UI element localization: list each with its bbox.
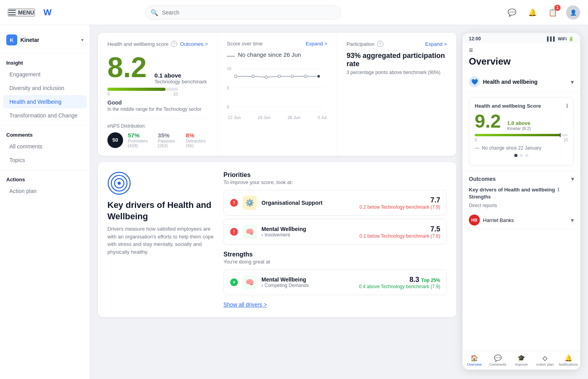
- org-name: Kinetar: [20, 37, 78, 43]
- phone-nav-actionplan-icon: ◇: [543, 354, 547, 362]
- score-info-icon[interactable]: ?: [171, 41, 177, 47]
- phone-direct-reports-label: Direct reports: [469, 203, 497, 208]
- svg-text:10: 10: [227, 67, 232, 71]
- driver-brain-icon: 🧠: [243, 225, 257, 239]
- priorities-sub: To improve your score, look at:: [223, 179, 447, 185]
- phone-menu-icon[interactable]: ≡: [463, 43, 580, 54]
- driver-good-icon: +: [230, 278, 238, 286]
- sidebar-item-topics[interactable]: Topics: [3, 153, 87, 167]
- status-icons: ▌▌▌ WiFi 🔋: [547, 36, 574, 42]
- sidebar-divider-2: [0, 125, 90, 126]
- phone-kd-info-icon: ℹ: [557, 187, 559, 193]
- show-all-link[interactable]: Show all drivers >: [223, 301, 447, 308]
- phone-mockup: 12:00 ▌▌▌ WiFi 🔋 ≡ Overview 💙 Health and…: [463, 33, 580, 370]
- show-all-text: Show all drivers >: [223, 301, 267, 308]
- phone-bar-sm: [475, 134, 568, 136]
- phone-dot-1: [514, 154, 517, 157]
- driver-competing-demands: + 🧠 Mental Wellbeing › Competing Demands: [223, 269, 447, 295]
- sidebar-item-allcomments[interactable]: All comments: [3, 140, 87, 153]
- inbox-button[interactable]: 📋 1: [546, 5, 560, 20]
- no-change-row: — No change since 26 Jun: [227, 51, 327, 60]
- phone-outcomes-header[interactable]: Outcomes ▾: [463, 171, 580, 187]
- drivers-title: Key drivers of Health and Wellbeing: [107, 200, 217, 222]
- phone-status-bar: 12:00 ▌▌▌ WiFi 🔋: [463, 33, 580, 43]
- search-input[interactable]: [145, 5, 341, 20]
- sidebar-item-diversity[interactable]: Diversity and Inclusion: [3, 81, 87, 95]
- phone-nav-comments-label: Comments: [489, 363, 506, 366]
- sidebar-item-engagement[interactable]: Engagement: [3, 68, 87, 81]
- phone-nav-actionplan[interactable]: ◇ Action plan: [533, 354, 557, 366]
- phone-kd-title-text: Key drivers of Health and wellbeing: [469, 187, 555, 193]
- svg-point-12: [317, 74, 320, 78]
- detractors-label: Detractors (56): [186, 139, 208, 148]
- org-selector[interactable]: K Kinetar ▾: [0, 31, 90, 52]
- enps-row: 50 57% Promoters (428) 35% Passives (263…: [107, 132, 208, 148]
- logo-w: W: [44, 7, 52, 18]
- sidebar-item-label: Health and Wellbeing: [9, 99, 62, 105]
- phone-nav-overview[interactable]: 🏠 Overview: [463, 354, 486, 366]
- driver-sub-3: › Competing Demands: [261, 283, 354, 288]
- participation-big-text: 93% aggregated participation rate: [347, 52, 447, 68]
- user-avatar[interactable]: 👤: [566, 5, 580, 20]
- drivers-right: Priorities To improve your score, look a…: [223, 171, 447, 308]
- phone-nav-notifications[interactable]: 🔔 Notifications: [557, 354, 580, 366]
- phone-nav-comments[interactable]: 💬 Comments: [486, 354, 510, 366]
- phone-score-meta: 1.0 above Kinetar (8.2): [507, 120, 531, 131]
- sidebar-divider: [0, 53, 90, 54]
- driver-score-2: 7.5 0.1 below Technology benchmark (7.6): [359, 225, 440, 239]
- outcomes-link[interactable]: Outcomes >: [180, 41, 208, 47]
- drivers-left: Key drivers of Health and Wellbeing Driv…: [107, 171, 217, 308]
- enps-promoters: 57% Promoters (428): [128, 132, 152, 148]
- phone-harriet-chevron-icon: ▾: [571, 217, 574, 224]
- phone-nav-overview-icon: 🏠: [470, 354, 478, 362]
- phone-kd-sub: Strengths: [469, 194, 574, 200]
- phone-nav-actionplan-label: Action plan: [536, 363, 554, 366]
- phone-score-card-label: Health and wellbeing Score: [475, 103, 541, 109]
- score-title-text: Health and wellbeing score: [107, 41, 169, 47]
- sidebar-item-label: All comments: [9, 143, 42, 150]
- phone-nav-notifications-label: Notifications: [559, 363, 578, 366]
- sidebar-item-health[interactable]: Health and Wellbeing: [3, 95, 87, 108]
- strengths-heading: Strengths: [223, 251, 447, 258]
- chart-x-labels: 12 Jun 19 Jun 26 Jun 3 Jul: [227, 115, 327, 120]
- menu-label: MENU: [18, 9, 34, 16]
- expand-link[interactable]: Expand >: [306, 41, 327, 47]
- svg-point-16: [118, 182, 121, 185]
- benchmark-box: 0.1 above Technology benchmark: [154, 72, 207, 85]
- sidebar-item-transformation[interactable]: Transformation and Change: [3, 109, 87, 122]
- driver-bench-diff: 0.2 below Technology benchmark (7.9): [359, 204, 440, 210]
- sidebar-item-actionplan[interactable]: Action plan: [3, 184, 87, 198]
- driver-score-val-2: 7.5: [359, 225, 440, 233]
- driver-info-3: Mental Wellbeing › Competing Demands: [261, 276, 354, 288]
- drivers-row: Key drivers of Health and Wellbeing Driv…: [107, 171, 447, 308]
- strengths-section: Strengths You're doing great at + 🧠 Ment…: [223, 251, 447, 295]
- phone-hw-item[interactable]: 💙 Health and wellbeing ▾: [463, 72, 580, 92]
- arrow-icon: ›: [261, 232, 263, 238]
- sidebar-item-label: Diversity and Inclusion: [9, 85, 64, 91]
- svg-point-6: [234, 75, 237, 78]
- driver-sub-label: Involvement: [265, 232, 290, 238]
- menu-button[interactable]: MENU: [8, 9, 35, 16]
- phone-content: ≡ Overview 💙 Health and wellbeing ▾ Heal…: [463, 43, 580, 351]
- phone-nav-notifications-icon: 🔔: [564, 354, 572, 362]
- org-avatar: K: [6, 34, 17, 45]
- chat-button[interactable]: 💬: [505, 5, 519, 20]
- battery-icon: 🔋: [568, 36, 574, 42]
- participation-info-icon[interactable]: ?: [377, 41, 383, 47]
- chevron-down-icon: ▾: [81, 37, 83, 43]
- phone-bottom-nav: 🏠 Overview 💬 Comments 🎓 Improve ◇ Action…: [463, 351, 580, 370]
- phone-nav-improve[interactable]: 🎓 Improve: [510, 354, 533, 366]
- arrow-icon-2: ›: [261, 283, 263, 288]
- participation-expand[interactable]: Expand >: [425, 41, 447, 47]
- phone-direct-reports: Direct reports: [469, 203, 574, 208]
- notification-button[interactable]: 🔔: [525, 5, 539, 20]
- phone-dot-3: [525, 154, 528, 157]
- phone-hw-icon: 💙: [469, 76, 480, 87]
- driver-info: Organisational Support: [261, 200, 355, 206]
- sector-label: In the middle range for the Technology s…: [107, 106, 208, 112]
- svg-point-7: [252, 75, 254, 78]
- driver-sub-label-2: Competing Demands: [265, 283, 309, 288]
- phone-kd-title: Key drivers of Health and wellbeing ℹ: [469, 187, 574, 193]
- phone-harriet-item[interactable]: HB Harriet Banks ▾: [469, 211, 574, 229]
- participation-panel: Participation ? Expand > 93% aggregated …: [337, 33, 456, 156]
